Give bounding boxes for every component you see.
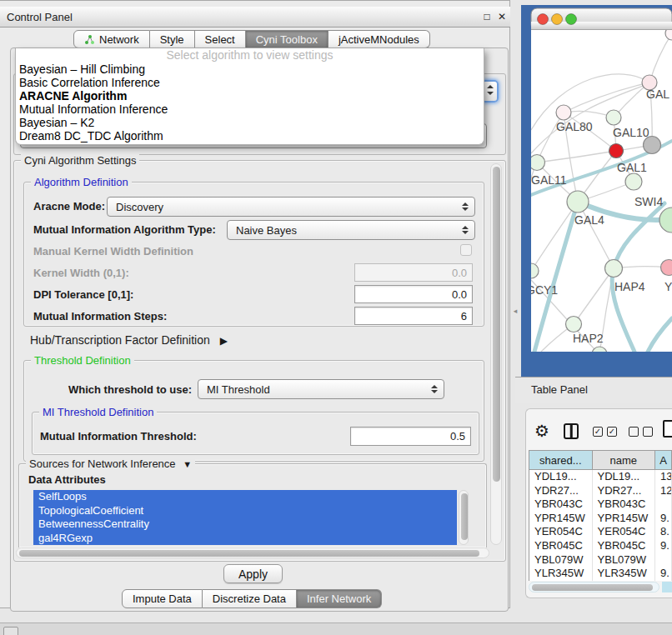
column-header[interactable]: name	[593, 451, 656, 470]
tab-discretize-data[interactable]: Discretize Data	[203, 589, 297, 608]
mi-threshold-value: 0.5	[450, 430, 465, 442]
table-row[interactable]: YDL19...YDL19...13	[529, 470, 672, 484]
mi-threshold-input[interactable]: 0.5	[350, 427, 471, 446]
algorithm-option[interactable]: ARACNE Algorithm	[16, 89, 484, 102]
aracne-mode-label: Aracne Mode:	[33, 200, 105, 212]
aracne-mode-combo[interactable]: Discovery	[107, 197, 475, 217]
mi-steps-label: Mutual Information Steps:	[33, 310, 167, 322]
column-header[interactable]: shared...	[529, 451, 593, 470]
minimize-traffic-icon[interactable]	[552, 14, 563, 25]
network-node-label: GAL4	[574, 213, 604, 227]
unchecked-box-icon[interactable]	[629, 427, 639, 437]
tab-infer-network[interactable]: Infer Network	[297, 589, 382, 608]
table-cell: YBR045C	[529, 539, 593, 553]
control-panel-tabbar: NetworkStyleSelectCyni ToolboxjActiveMNo…	[73, 30, 430, 48]
table-row[interactable]: YLR345WYLR345W9.	[529, 567, 672, 581]
attribute-list-item[interactable]: BetweennessCentrality	[33, 518, 457, 532]
network-node[interactable]	[566, 317, 582, 332]
checked-box-icon[interactable]: ✓	[593, 427, 603, 437]
network-node[interactable]	[567, 191, 589, 212]
settings-vertical-scrollbar[interactable]	[490, 163, 502, 545]
algorithm-option[interactable]: Dream8 DC_TDC Algorithm	[16, 129, 484, 142]
collapsed-panel-icon[interactable]	[3, 627, 18, 635]
table-row[interactable]: YER054CYER054C8.	[529, 525, 672, 539]
tab-network[interactable]: Network	[73, 30, 150, 48]
algorithm-list: Bayesian – Hill ClimbingBasic Correlatio…	[16, 62, 484, 142]
network-node[interactable]	[625, 173, 642, 190]
node-attribute-table[interactable]: shared...nameAYDL19...YDL19...13YDR27...…	[529, 450, 672, 581]
kernel-width-input[interactable]: 0.0	[354, 263, 473, 282]
settings-vertical-scrollbar-thumb[interactable]	[493, 167, 500, 482]
algorithm-option[interactable]: Mutual Information Inference	[16, 102, 484, 116]
algorithm-option[interactable]: Basic Correlation Inference	[16, 76, 484, 89]
tab-impute-data[interactable]: Impute Data	[122, 589, 203, 608]
which-threshold-combo[interactable]: MI Threshold	[198, 379, 444, 399]
algorithm-definition-title: Algorithm Definition	[31, 176, 132, 188]
dpi-tolerance-label: DPI Tolerance [0,1]:	[33, 288, 133, 301]
network-node[interactable]	[605, 260, 623, 278]
tab-label: Discretize Data	[213, 592, 286, 605]
split-table-icon[interactable]	[564, 423, 579, 439]
zoom-traffic-icon[interactable]	[566, 14, 577, 25]
attributes-scrollbar[interactable]	[459, 490, 469, 545]
table-row[interactable]: YDR27...YDR27...12	[529, 484, 672, 498]
settings-horizontal-scrollbar[interactable]	[16, 548, 489, 558]
tab-select[interactable]: Select	[195, 30, 246, 48]
mi-threshold-label: Mutual Information Threshold:	[40, 430, 197, 442]
mi-type-combo[interactable]: Naive Bayes	[227, 220, 475, 240]
float-window-icon[interactable]: □	[480, 10, 494, 23]
table-cell: 9.	[655, 567, 672, 581]
dpi-tolerance-input[interactable]: 0.0	[354, 285, 473, 303]
tab-label: Style	[160, 33, 184, 46]
tab-style[interactable]: Style	[150, 30, 195, 48]
unchecked-box-icon[interactable]	[643, 427, 653, 437]
hub-expand-arrow-icon: ▶	[220, 335, 228, 347]
attribute-list-item[interactable]: SelfLoops	[33, 490, 457, 504]
settings-horizontal-scrollbar-thumb[interactable]	[19, 550, 479, 557]
which-threshold-value: MI Threshold	[207, 383, 270, 396]
network-node[interactable]	[606, 110, 621, 125]
splitter-collapse-icon[interactable]: ◂	[510, 305, 520, 317]
tab-cyni-toolbox[interactable]: Cyni Toolbox	[246, 30, 328, 48]
table-row[interactable]: YBR045CYBR045C9.	[529, 539, 672, 553]
close-traffic-icon[interactable]	[538, 14, 549, 25]
table-row[interactable]: YPR145WYPR145W9.	[529, 512, 672, 526]
network-icon	[84, 34, 95, 45]
attributes-scrollbar-thumb[interactable]	[461, 493, 468, 540]
combo-down-arrow-icon	[487, 92, 494, 95]
table-row[interactable]: YBL079WYBL079W	[529, 553, 672, 568]
attribute-list-item[interactable]: TopologicalCoefficient	[33, 504, 457, 518]
mi-steps-input[interactable]: 6	[354, 307, 473, 325]
manual-kernel-checkbox[interactable]	[460, 244, 472, 256]
network-node[interactable]	[609, 144, 624, 158]
table-horizontal-scrollbar[interactable]	[529, 582, 659, 592]
sources-group-title[interactable]: Sources for Network Inference ▼	[26, 458, 195, 470]
table-horizontal-scrollbar-thumb[interactable]	[532, 584, 653, 591]
kernel-width-label: Kernel Width (0,1):	[33, 267, 129, 279]
tab-jactivemnodules[interactable]: jActiveMNodules	[328, 30, 430, 48]
gear-icon[interactable]: ⚙	[534, 421, 549, 441]
algorithm-option[interactable]: Bayesian – Hill Climbing	[16, 62, 484, 76]
table-cell: YDL19...	[529, 470, 593, 484]
network-view-window[interactable]: GALGAL80GAL10GAL1GAL11SWI4GAL4GCY1HAP4YH…	[521, 5, 672, 377]
algorithm-option[interactable]: Bayesian – K2	[16, 116, 484, 129]
network-node[interactable]	[556, 105, 571, 120]
combo-stepper-icon	[431, 385, 438, 393]
checked-box-icon[interactable]: ✓	[607, 427, 617, 437]
table-cell: YPR145W	[529, 512, 593, 526]
column-header[interactable]: A	[655, 451, 672, 470]
network-node[interactable]	[661, 260, 672, 276]
network-node[interactable]	[529, 155, 545, 171]
table-scrollbar-corner	[662, 582, 672, 592]
mi-threshold-group-title: MI Threshold Definition	[39, 406, 157, 418]
new-table-icon[interactable]	[663, 420, 672, 438]
table-row[interactable]: YBR043CYBR043C	[529, 498, 672, 512]
apply-button[interactable]: Apply	[223, 564, 283, 583]
hub-definition-toggle[interactable]: Hub/Transcription Factor Definition ▶	[30, 333, 228, 347]
attribute-list-item[interactable]: gal4RGexp	[33, 532, 457, 546]
mi-type-label: Mutual Information Algorithm Type:	[33, 223, 216, 236]
data-attributes-list[interactable]: SelfLoopsTopologicalCoefficientBetweenne…	[33, 490, 457, 545]
close-window-icon[interactable]: ✕	[495, 10, 509, 23]
mi-type-value: Naive Bayes	[236, 224, 297, 237]
table-cell: YBR043C	[529, 498, 593, 512]
